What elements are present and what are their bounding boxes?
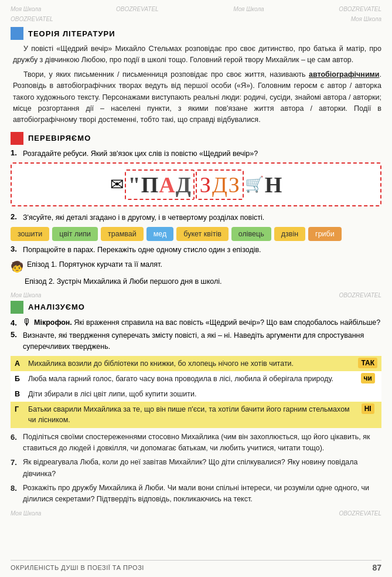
stmt-text-G: Батьки сварили Михайлика за те, що він п… [24, 402, 354, 427]
wm-oboz-left: OBOZREVATEL [11, 16, 53, 22]
q2-text: З'ясуйте, які деталі згадано і в другому… [23, 212, 264, 223]
bottom-watermarks: Моя Школа OBOZREVATEL [11, 510, 381, 517]
q8-item: 8. Розкажіть про дружбу Михайлика й Люби… [11, 483, 381, 505]
question-3-row: 3. Попрацюйте в парах. Перекажіть одне о… [11, 245, 381, 256]
bold-term: автобіографічними [309, 70, 380, 79]
stmt-row-B: Б Люба мала гарний голос, багато часу во… [11, 371, 381, 386]
theory-title: ТЕОРІЯ ЛІТЕРАТУРИ [28, 29, 115, 38]
stmt-row-A: А Михайлика возили до бібліотеки по книж… [11, 356, 381, 371]
q4-text: Мікрофон. Які враження справила на вас п… [34, 317, 380, 328]
chip-zoshyty: зошити [11, 227, 49, 241]
mid-watermarks: Моя Школа OBOZREVATEL [11, 292, 381, 298]
badge-ni: НІ [362, 403, 374, 414]
q6-text: Поділіться своїми спостереженнями стосов… [23, 432, 381, 454]
stmt-badge-G: НІ [354, 402, 381, 427]
chip-buket: букет квітів [176, 227, 229, 241]
wm-moya-shkola-2: Моя Школа [233, 6, 264, 12]
episode-section: 🧒 Епізод 1. Порятунок курчати та її маля… [11, 259, 381, 287]
rebus-letter-P: " [128, 172, 141, 198]
person-icon-1: 🧒 [11, 259, 23, 275]
stmt-row-G: Г Батьки сварили Михайлика за те, що він… [11, 402, 381, 427]
wm-moya-shkola-1: Моя Школа [11, 6, 41, 12]
rebus-letter-Z2: З [229, 172, 240, 198]
badge-chy: чи [361, 373, 375, 383]
question-1-row: 1. Розгадайте ребуси. Який зв'язок цих с… [11, 148, 381, 159]
chip-olivets: олівець [231, 227, 271, 241]
wm-oboz-mid: OBOZREVATEL [339, 292, 381, 298]
question-4-row: 4. 🎙 Мікрофон. Які враження справила на … [11, 317, 381, 328]
rebus-inner: ✉ " П А Д З Д З 🛒 Н [110, 169, 282, 200]
stmt-letter-G: Г [11, 402, 24, 427]
wm-moya-right: Моя Школа [351, 16, 381, 22]
check-icon-box [11, 132, 23, 145]
q4-num: 4. [11, 318, 20, 327]
rebus-letter-A: А [159, 172, 175, 198]
q7-item: 7. Як відреагувала Люба, коли до неї зав… [11, 457, 381, 480]
q4-main-text: Які враження справила на вас повість «Ще… [74, 318, 380, 327]
stmt-badge-V [354, 386, 381, 402]
episode-1-row: 🧒 Епізод 1. Порятунок курчати та її маля… [11, 259, 381, 275]
check-title: ПЕРЕВІРЯЄМО [28, 134, 91, 142]
wm-oboz-2: OBOZREVATEL [339, 6, 381, 12]
analyze-title-row: АНАЛІЗУЄМО [11, 301, 381, 314]
footer-page: 87 [372, 563, 381, 572]
q7-num: 7. [11, 457, 20, 469]
analyze-section: АНАЛІЗУЄМО 4. 🎙 Мікрофон. Які враження с… [11, 301, 381, 505]
theory-para-2: Твори, у яких письменник / письменниця р… [13, 69, 381, 126]
theory-para-1: У повісті «Щедрий вечір» Михайло Стельма… [13, 43, 381, 66]
analyze-title: АНАЛІЗУЄМО [28, 303, 85, 311]
wm-oboz-1: OBOZREVATEL [116, 6, 159, 12]
wm-moya-bottom-left: Моя Школа [11, 510, 41, 517]
q6-num: 6. [11, 432, 20, 443]
questions-6-8-block: 6. Поділіться своїми спостереженнями сто… [11, 432, 381, 505]
badge-tak: ТАК [358, 358, 377, 368]
page: Моя Школа OBOZREVATEL Моя Школа OBOZREVA… [0, 0, 392, 577]
chip-dzvin: дзвін [274, 227, 305, 241]
stmt-row-V: В Діти збирали в лісі цвіт липи, щоб куп… [11, 386, 381, 402]
analyze-icon-box [11, 301, 23, 314]
rebus-dashed-left: " П А Д [125, 169, 195, 200]
episode-2-text: Епізод 2. Зустріч Михайлика й Люби першо… [11, 276, 221, 287]
rebus-letter-N: Н [265, 172, 282, 198]
chip-hryby: гриби [308, 227, 342, 241]
q2-num: 2. [11, 212, 20, 221]
check-title-row: ПЕРЕВІРЯЄМО [11, 132, 381, 145]
chip-tsvitnlypy: цвіт липи [52, 227, 98, 241]
chip-med: мед [146, 227, 174, 241]
wm-oboz-bottom: OBOZREVATEL [339, 510, 381, 517]
microphone-icon: 🎙 [22, 317, 32, 328]
rebus-letter-PA: П [141, 172, 159, 198]
q3-text: Попрацюйте в парах. Перекажіть одне одно… [23, 245, 261, 256]
chip-tramvai: трамвай [101, 227, 144, 241]
stmt-letter-B: Б [11, 371, 24, 386]
q5-num: 5. [11, 330, 20, 339]
q1-text: Розгадайте ребуси. Який зв'язок цих слів… [23, 148, 258, 159]
rebus-letter-D2: Д [212, 172, 227, 198]
footer-bar: ОКРИЛЕНІСТЬ ДУШІ В ПОЕЗІЇ ТА ПРОЗІ 87 [11, 560, 381, 572]
rebus-letter-D: Д [176, 172, 191, 198]
q6-item: 6. Поділіться своїми спостереженнями сто… [11, 432, 381, 454]
episode-2-row: Епізод 2. Зустріч Михайлика й Люби першо… [11, 276, 381, 287]
theory-title-row: ТЕОРІЯ ЛІТЕРАТУРИ [11, 27, 381, 40]
rebus-envelope-icon: ✉ [110, 175, 124, 194]
wm-moya-mid-left: Моя Школа [11, 292, 41, 298]
q3-num: 3. [11, 245, 20, 253]
episode-1-text: Епізод 1. Порятунок курчати та її малят. [27, 259, 162, 270]
q8-text: Розкажіть про дружбу Михайлика й Люби. Ч… [23, 483, 381, 505]
sub-watermarks: OBOZREVATEL Моя Школа [11, 16, 381, 22]
header-watermarks: Моя Школа OBOZREVATEL Моя Школа OBOZREVA… [11, 6, 381, 12]
q1-num: 1. [11, 148, 20, 157]
check-section: ПЕРЕВІРЯЄМО 1. Розгадайте ребуси. Який з… [11, 132, 381, 287]
statements-table: А Михайлика возили до бібліотеки по книж… [11, 356, 381, 428]
stmt-text-V: Діти збирали в лісі цвіт липи, щоб купит… [24, 386, 354, 402]
q5-text: Визначте, які твердження суперечать зміс… [23, 330, 381, 352]
question-2-row: 2. З'ясуйте, які деталі згадано і в друг… [11, 212, 381, 223]
q7-text: Як відреагувала Люба, коли до неї завіта… [23, 457, 381, 480]
footer-title: ОКРИЛЕНІСТЬ ДУШІ В ПОЕЗІЇ ТА ПРОЗІ [11, 564, 144, 571]
stmt-letter-A: А [11, 356, 24, 371]
question-5-row: 5. Визначте, які твердження суперечать з… [11, 330, 381, 352]
stmt-badge-B: чи [354, 371, 381, 386]
stmt-text-B: Люба мала гарний голос, багато часу вона… [24, 371, 354, 386]
theory-icon-box [11, 27, 23, 40]
stmt-text-A: Михайлика возили до бібліотеки по книжки… [24, 356, 354, 371]
